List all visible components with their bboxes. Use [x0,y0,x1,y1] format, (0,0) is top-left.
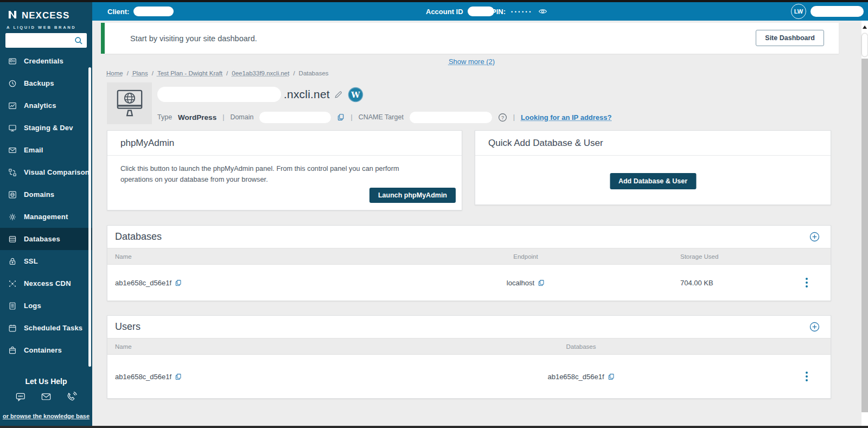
user-row-menu-kebab-icon[interactable] [803,368,810,385]
banner-accent-bar [101,23,105,54]
copy-database-name-icon[interactable] [175,279,182,286]
column-name: Name [115,248,132,265]
window-top-edge [0,0,868,2]
account-id-redacted-pill [468,7,494,16]
sidebar-item-analytics[interactable]: Analytics [0,94,92,117]
breadcrumb-separator: / [226,70,228,76]
search-icon [74,36,83,45]
sidebar-item-ssl[interactable]: SSL [0,250,92,272]
sidebar-item-logs[interactable]: Logs [0,295,92,317]
credentials-icon [8,57,17,66]
database-row-menu-kebab-icon[interactable] [803,274,810,291]
copy-domain-icon[interactable] [337,113,344,121]
sidebar-item-credentials[interactable]: Credentials [0,50,92,72]
sidebar-item-label: Analytics [24,101,56,110]
breadcrumb-plans[interactable]: Plans [132,70,148,76]
pin-masked-value: •••••• [511,9,533,15]
sidebar-item-label: Logs [24,302,41,310]
sidebar-item-scheduled-tasks[interactable]: Scheduled Tasks [0,317,92,339]
page-scrollbar[interactable] [861,21,868,426]
sidebar-item-label: SSL [24,257,38,265]
brand-tagline: A LIQUID WEB BRAND [7,25,86,30]
globe-box-icon [8,190,17,199]
sidebar-item-backups[interactable]: Backups [0,72,92,94]
sidebar-item-visual-comparison[interactable]: Visual Comparison [0,161,92,183]
meta-divider: | [350,113,352,121]
phpmyadmin-card-title: phpMyAdmin [120,138,174,149]
breadcrumb-site[interactable]: 0ee1ab33f9.nxcli.net [232,70,289,76]
phpmyadmin-description: Click this button to launch the phpMyAdm… [107,156,438,186]
sidebar-item-databases[interactable]: Databases [0,228,92,250]
banner-message: Start by visiting your site dashboard. [130,23,257,54]
brand-logo[interactable]: NEXCESS A LIQUID WEB BRAND [7,9,86,34]
envelope-icon [8,146,17,155]
scrollbar-track[interactable] [861,59,868,412]
reveal-pin-eye-icon[interactable] [538,8,547,15]
nexcess-control-panel: NEXCESS A LIQUID WEB BRAND Credentials B… [0,0,868,428]
account-id-group: Account ID [426,2,494,21]
knowledge-base-link[interactable]: or browse the knowledge base [3,413,90,419]
site-meta-row: Type WordPress | Domain | CNAME Target ?… [157,111,611,124]
sidebar-item-label: Management [24,213,68,221]
sidebar-item-label: Visual Comparison [24,168,90,176]
sidebar-scrollbar[interactable] [88,67,91,367]
breadcrumb-separator: / [152,70,154,76]
copy-user-database-icon[interactable] [608,373,615,380]
sidebar-search-input[interactable] [5,36,74,44]
sidebar-item-management[interactable]: Management [0,206,92,228]
client-group: Client: [107,2,174,21]
sidebar-item-label: Credentials [24,57,63,65]
users-card-title: Users [115,321,141,333]
sidebar-item-staging-dev[interactable]: Staging & Dev [0,117,92,139]
lock-icon [8,257,17,266]
edit-site-name-pencil-icon[interactable] [334,90,343,99]
site-dashboard-button[interactable]: Site Dashboard [756,30,824,46]
user-table-row: ab1e658c_d56e1f ab1e658c_d56e1f [107,355,831,398]
pin-group: PIN: •••••• [492,2,547,21]
copy-endpoint-icon[interactable] [538,279,545,286]
breadcrumb-plan-name[interactable]: Test Plan - Dwight Kraft [157,70,222,76]
copy-user-name-icon[interactable] [175,373,182,380]
phone-icon[interactable] [66,391,78,405]
client-name-redacted-pill [133,7,174,16]
scrollbar-up-arrow-icon[interactable] [863,25,867,29]
sidebar-item-nexcess-cdn[interactable]: Nexcess CDN [0,272,92,295]
sidebar-item-containers[interactable]: Containers [0,339,92,361]
column-name: Name [115,338,132,355]
chat-icon[interactable] [15,391,27,405]
databases-card: Databases Name Endpoint Storage Used ab1… [107,225,831,301]
databases-card-title: Databases [115,231,162,242]
sidebar-item-email[interactable]: Email [0,139,92,161]
email-contact-icon[interactable] [41,391,52,405]
notification-banner: Start by visiting your site dashboard. S… [105,23,839,54]
sidebar-nav: Credentials Backups Analytics Staging & … [0,50,92,361]
breadcrumb-separator: / [127,70,129,76]
nexcess-n-logo-icon [7,9,18,23]
scrollbar-thumb[interactable] [862,34,867,56]
document-icon [8,302,17,310]
users-table-header: Name Databases [107,338,831,355]
ip-address-link[interactable]: Looking for an IP address? [521,113,611,122]
add-database-user-button[interactable]: Add Database & User [610,173,696,189]
site-monitor-icon [114,89,145,118]
calendar-icon [8,324,17,333]
quick-add-card-title: Quick Add Database & User [488,138,603,149]
add-database-plus-icon[interactable] [809,232,820,242]
show-more-wrap: Show more (2) [105,56,839,66]
breadcrumb-home[interactable]: Home [106,70,123,76]
window-bottom-edge [0,426,868,428]
show-more-link[interactable]: Show more (2) [449,58,495,66]
cname-redacted-pill [410,112,492,123]
database-storage-used: 704.00 KB [680,279,713,287]
launch-phpmyadmin-button[interactable]: Launch phpMyAdmin [369,188,456,203]
add-user-plus-icon[interactable] [809,322,820,332]
cname-help-question-icon[interactable]: ? [498,113,507,122]
breadcrumb: Home / Plans / Test Plan - Dwight Kraft … [106,70,329,76]
svg-text:W: W [350,90,360,99]
sidebar-item-label: Scheduled Tasks [24,324,82,332]
monitor-icon [8,124,17,132]
database-table-row: ab1e658c_d56e1f localhost 704.00 KB [107,265,831,301]
account-id-label: Account ID [426,8,463,16]
sidebar-item-domains[interactable]: Domains [0,183,92,206]
avatar[interactable]: LW [791,4,806,19]
